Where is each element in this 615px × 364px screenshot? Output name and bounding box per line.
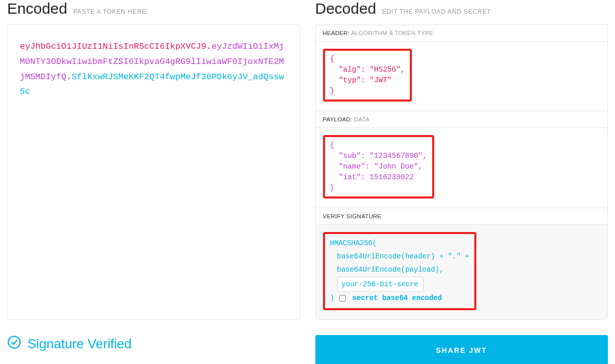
signature-section-label: VERIFY SIGNATURE [316,208,608,225]
payload-section-label: PAYLOAD: DATA [316,111,608,128]
secret-input[interactable] [337,277,424,292]
encoded-title: Encoded PASTE A TOKEN HERE [7,0,300,17]
checkmark-circle-icon [7,335,21,353]
signature-highlight-frame: HMACSHA256( base64UrlEncode(header) + ".… [323,232,476,310]
decoded-subtitle: EDIT THE PAYLOAD AND SECRET [382,8,491,15]
payload-highlight-frame: { "sub": "1234567890", "name": "John Doe… [323,135,434,198]
header-highlight-frame: { "alg": "HS256", "typ": "JWT" } [323,49,412,102]
signature-verified-text: Signature Verified [27,336,132,352]
share-jwt-button[interactable]: SHARE JWT [315,335,608,364]
secret-base64-checkbox[interactable] [339,295,346,302]
encoded-token-input[interactable]: eyJhbGciOiJIUzI1NiIsInR5cCI6IkpXVCJ9.eyJ… [7,24,300,320]
decoded-heading: Decoded [315,0,376,17]
signature-verified-status: Signature Verified [7,335,300,353]
signature-formula: HMACSHA256( base64UrlEncode(header) + ".… [330,237,469,305]
header-section-label: HEADER: ALGORITHM & TOKEN TYPE [316,25,608,42]
header-json-editor[interactable]: { "alg": "HS256", "typ": "JWT" } [330,54,405,96]
payload-json-editor[interactable]: { "sub": "1234567890", "name": "John Doe… [330,140,427,193]
decoded-title: Decoded EDIT THE PAYLOAD AND SECRET [315,0,608,17]
encoded-subtitle: PASTE A TOKEN HERE [73,8,146,15]
svg-point-0 [8,336,20,348]
secret-base64-label: secret base64 encoded [352,294,442,302]
token-header-segment: eyJhbGciOiJIUzI1NiIsInR5cCI6IkpXVCJ9 [20,42,206,51]
encoded-heading: Encoded [7,0,67,17]
decoded-panel: HEADER: ALGORITHM & TOKEN TYPE { "alg": … [315,24,608,320]
